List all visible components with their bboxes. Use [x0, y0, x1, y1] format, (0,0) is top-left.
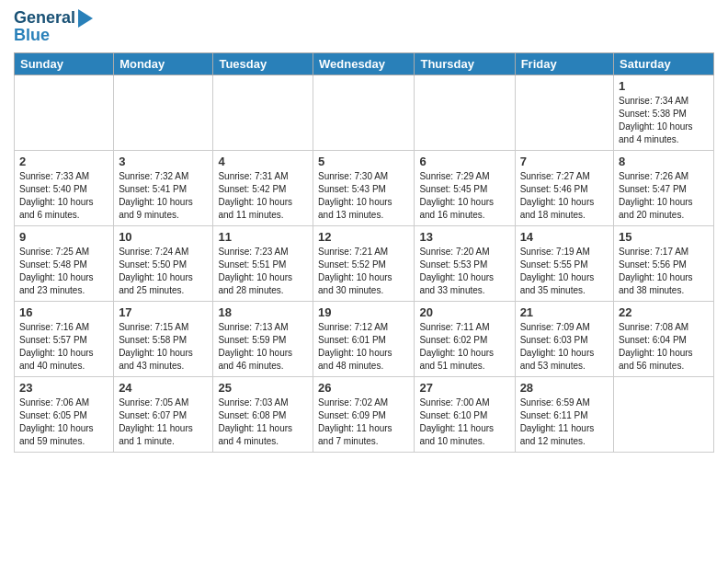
- calendar-cell: 26Sunrise: 7:02 AM Sunset: 6:09 PM Dayli…: [313, 377, 415, 453]
- calendar-cell: [313, 75, 415, 151]
- day-info: Sunrise: 7:13 AM Sunset: 5:59 PM Dayligh…: [218, 321, 308, 373]
- calendar-day-header: Sunday: [15, 53, 114, 75]
- day-number: 19: [318, 305, 409, 319]
- day-number: 18: [218, 305, 308, 319]
- calendar-cell: 1Sunrise: 7:34 AM Sunset: 5:38 PM Daylig…: [614, 75, 714, 151]
- calendar-cell: 12Sunrise: 7:21 AM Sunset: 5:52 PM Dayli…: [313, 226, 415, 302]
- day-number: 28: [520, 381, 609, 395]
- day-info: Sunrise: 7:30 AM Sunset: 5:43 PM Dayligh…: [318, 170, 409, 222]
- day-info: Sunrise: 7:15 AM Sunset: 5:58 PM Dayligh…: [119, 321, 208, 373]
- calendar-cell: [614, 377, 714, 453]
- calendar-cell: [15, 75, 114, 151]
- calendar-cell: 23Sunrise: 7:06 AM Sunset: 6:05 PM Dayli…: [15, 377, 114, 453]
- calendar-cell: 20Sunrise: 7:11 AM Sunset: 6:02 PM Dayli…: [415, 302, 515, 377]
- day-info: Sunrise: 7:12 AM Sunset: 6:01 PM Dayligh…: [318, 321, 409, 373]
- day-number: 16: [19, 305, 108, 319]
- day-number: 20: [419, 305, 509, 319]
- calendar-cell: 13Sunrise: 7:20 AM Sunset: 5:53 PM Dayli…: [415, 226, 515, 302]
- day-number: 9: [19, 230, 108, 244]
- day-number: 27: [419, 381, 509, 395]
- calendar-cell: 6Sunrise: 7:29 AM Sunset: 5:45 PM Daylig…: [415, 151, 515, 226]
- day-info: Sunrise: 7:17 AM Sunset: 5:56 PM Dayligh…: [619, 246, 709, 297]
- calendar-cell: [213, 75, 313, 151]
- day-number: 25: [218, 381, 308, 395]
- calendar-cell: 8Sunrise: 7:26 AM Sunset: 5:47 PM Daylig…: [614, 151, 714, 226]
- day-number: 23: [19, 381, 108, 395]
- calendar-cell: 19Sunrise: 7:12 AM Sunset: 6:01 PM Dayli…: [313, 302, 415, 377]
- calendar-cell: 18Sunrise: 7:13 AM Sunset: 5:59 PM Dayli…: [213, 302, 313, 377]
- day-info: Sunrise: 7:03 AM Sunset: 6:08 PM Dayligh…: [218, 396, 308, 448]
- day-number: 21: [520, 305, 609, 319]
- day-info: Sunrise: 7:25 AM Sunset: 5:48 PM Dayligh…: [19, 246, 108, 297]
- day-info: Sunrise: 7:19 AM Sunset: 5:55 PM Dayligh…: [520, 246, 609, 297]
- header: General Blue: [14, 9, 714, 45]
- day-info: Sunrise: 7:29 AM Sunset: 5:45 PM Dayligh…: [419, 170, 509, 222]
- day-number: 4: [218, 155, 308, 168]
- page-container: General Blue SundayMondayTuesdayWednesda…: [0, 0, 728, 462]
- calendar-day-header: Friday: [515, 53, 613, 75]
- day-info: Sunrise: 7:32 AM Sunset: 5:41 PM Dayligh…: [119, 170, 208, 222]
- calendar-cell: 22Sunrise: 7:08 AM Sunset: 6:04 PM Dayli…: [614, 302, 714, 377]
- day-number: 22: [619, 305, 709, 319]
- day-info: Sunrise: 7:26 AM Sunset: 5:47 PM Dayligh…: [619, 170, 709, 222]
- day-info: Sunrise: 7:09 AM Sunset: 6:03 PM Dayligh…: [520, 321, 609, 373]
- day-number: 10: [119, 230, 208, 244]
- day-info: Sunrise: 7:11 AM Sunset: 6:02 PM Dayligh…: [419, 321, 509, 373]
- logo-arrow-icon: [78, 9, 93, 28]
- calendar-week-row: 1Sunrise: 7:34 AM Sunset: 5:38 PM Daylig…: [15, 75, 714, 151]
- day-info: Sunrise: 7:00 AM Sunset: 6:10 PM Dayligh…: [419, 396, 509, 448]
- calendar-cell: 10Sunrise: 7:24 AM Sunset: 5:50 PM Dayli…: [114, 226, 213, 302]
- calendar-cell: [515, 75, 613, 151]
- calendar-cell: 16Sunrise: 7:16 AM Sunset: 5:57 PM Dayli…: [15, 302, 114, 377]
- day-number: 1: [619, 79, 709, 93]
- calendar-week-row: 2Sunrise: 7:33 AM Sunset: 5:40 PM Daylig…: [15, 151, 714, 226]
- day-number: 17: [119, 305, 208, 319]
- day-info: Sunrise: 7:21 AM Sunset: 5:52 PM Dayligh…: [318, 246, 409, 297]
- day-info: Sunrise: 7:16 AM Sunset: 5:57 PM Dayligh…: [19, 321, 108, 373]
- day-info: Sunrise: 7:02 AM Sunset: 6:09 PM Dayligh…: [318, 396, 409, 448]
- calendar-day-header: Saturday: [614, 53, 714, 75]
- day-info: Sunrise: 6:59 AM Sunset: 6:11 PM Dayligh…: [520, 396, 609, 448]
- calendar-cell: 27Sunrise: 7:00 AM Sunset: 6:10 PM Dayli…: [415, 377, 515, 453]
- calendar-cell: 24Sunrise: 7:05 AM Sunset: 6:07 PM Dayli…: [114, 377, 213, 453]
- calendar-day-header: Monday: [114, 53, 213, 75]
- day-number: 5: [318, 155, 409, 168]
- day-info: Sunrise: 7:23 AM Sunset: 5:51 PM Dayligh…: [218, 246, 308, 297]
- calendar-day-header: Wednesday: [313, 53, 415, 75]
- calendar-cell: 21Sunrise: 7:09 AM Sunset: 6:03 PM Dayli…: [515, 302, 613, 377]
- day-info: Sunrise: 7:20 AM Sunset: 5:53 PM Dayligh…: [419, 246, 509, 297]
- logo-text: General: [14, 9, 75, 28]
- calendar-week-row: 9Sunrise: 7:25 AM Sunset: 5:48 PM Daylig…: [15, 226, 714, 302]
- calendar-cell: 17Sunrise: 7:15 AM Sunset: 5:58 PM Dayli…: [114, 302, 213, 377]
- day-info: Sunrise: 7:08 AM Sunset: 6:04 PM Dayligh…: [619, 321, 709, 373]
- day-number: 12: [318, 230, 409, 244]
- calendar-cell: 9Sunrise: 7:25 AM Sunset: 5:48 PM Daylig…: [15, 226, 114, 302]
- calendar-cell: [114, 75, 213, 151]
- calendar-cell: 2Sunrise: 7:33 AM Sunset: 5:40 PM Daylig…: [15, 151, 114, 226]
- calendar-header-row: SundayMondayTuesdayWednesdayThursdayFrid…: [15, 53, 714, 75]
- day-number: 2: [19, 155, 108, 168]
- day-info: Sunrise: 7:34 AM Sunset: 5:38 PM Dayligh…: [619, 95, 709, 146]
- day-info: Sunrise: 7:31 AM Sunset: 5:42 PM Dayligh…: [218, 170, 308, 222]
- calendar-day-header: Thursday: [415, 53, 515, 75]
- day-info: Sunrise: 7:27 AM Sunset: 5:46 PM Dayligh…: [520, 170, 609, 222]
- day-info: Sunrise: 7:33 AM Sunset: 5:40 PM Dayligh…: [19, 170, 108, 222]
- day-number: 13: [419, 230, 509, 244]
- calendar-cell: 7Sunrise: 7:27 AM Sunset: 5:46 PM Daylig…: [515, 151, 613, 226]
- calendar-cell: 25Sunrise: 7:03 AM Sunset: 6:08 PM Dayli…: [213, 377, 313, 453]
- day-info: Sunrise: 7:24 AM Sunset: 5:50 PM Dayligh…: [119, 246, 208, 297]
- day-number: 15: [619, 230, 709, 244]
- calendar-cell: 15Sunrise: 7:17 AM Sunset: 5:56 PM Dayli…: [614, 226, 714, 302]
- calendar-day-header: Tuesday: [213, 53, 313, 75]
- day-number: 8: [619, 155, 709, 168]
- logo: General Blue: [14, 9, 93, 45]
- day-number: 14: [520, 230, 609, 244]
- calendar-cell: 3Sunrise: 7:32 AM Sunset: 5:41 PM Daylig…: [114, 151, 213, 226]
- day-number: 24: [119, 381, 208, 395]
- calendar-cell: 14Sunrise: 7:19 AM Sunset: 5:55 PM Dayli…: [515, 226, 613, 302]
- calendar-cell: 28Sunrise: 6:59 AM Sunset: 6:11 PM Dayli…: [515, 377, 613, 453]
- day-number: 7: [520, 155, 609, 168]
- calendar-week-row: 23Sunrise: 7:06 AM Sunset: 6:05 PM Dayli…: [15, 377, 714, 453]
- day-number: 6: [419, 155, 509, 168]
- calendar-cell: 11Sunrise: 7:23 AM Sunset: 5:51 PM Dayli…: [213, 226, 313, 302]
